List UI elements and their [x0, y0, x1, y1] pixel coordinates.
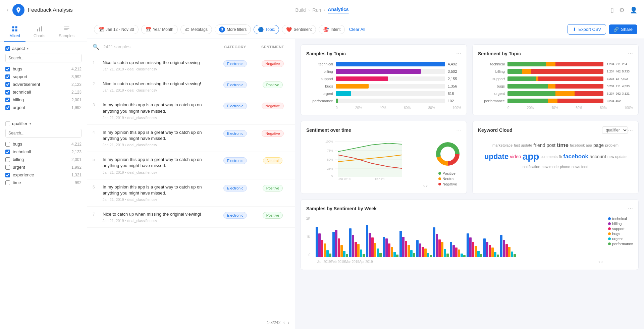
pagination-label: 1-8/242 — [267, 320, 281, 325]
qualifier-experience-checkbox[interactable] — [5, 173, 10, 177]
clear-all-button[interactable]: Clear All — [349, 27, 365, 32]
qualifier-urgent-count: 1,992 — [71, 165, 82, 170]
sent-bar-label: technical — [478, 62, 505, 66]
sample-row[interactable]: 3 In my opinion this app is a great way … — [87, 97, 295, 124]
share-button[interactable]: 🔗 Share — [609, 24, 637, 34]
time-prev-button[interactable]: ‹ — [423, 183, 425, 188]
keyword[interactable]: comments — [540, 155, 557, 159]
keyword-cloud-more[interactable]: ··· — [628, 127, 633, 134]
user-icon[interactable]: 👤 — [630, 6, 637, 14]
keyword[interactable]: new update — [607, 155, 627, 159]
legend-negative: Negative — [438, 182, 457, 186]
keyword[interactable]: fast update — [514, 143, 532, 147]
qualifier-billing-checkbox[interactable] — [5, 157, 10, 162]
sent-seg — [507, 69, 522, 74]
filter-item: experience 1,321 — [5, 171, 82, 179]
sentiment-over-time-more[interactable]: ··· — [456, 126, 461, 133]
bar — [472, 242, 474, 257]
prev-page-button[interactable]: ‹ — [283, 320, 285, 326]
date-range-filter[interactable]: 📅 Jan 12 - Nov 30 — [94, 25, 139, 34]
tab-mixed[interactable]: Mixed — [4, 23, 25, 42]
qualifier-time-checkbox[interactable] — [5, 180, 10, 185]
copy-icon[interactable]: ▯ — [610, 6, 614, 14]
aspect-billing-checkbox[interactable] — [5, 98, 10, 102]
tab-samples[interactable]: Samples — [53, 23, 80, 42]
nav-step-analytics[interactable]: Analytics — [328, 7, 348, 13]
filter-item: bugs 4,212 — [5, 140, 82, 148]
keyword[interactable]: new mode — [542, 165, 559, 169]
keyword[interactable]: time — [557, 142, 569, 149]
keyword[interactable]: update — [484, 152, 508, 161]
sample-row[interactable]: 2 Nice to catch up when missing the orig… — [87, 76, 295, 97]
qualifier-urgent-checkbox[interactable] — [5, 165, 10, 170]
aspect-support-checkbox[interactable] — [5, 74, 10, 79]
svg-text:50%: 50% — [327, 158, 333, 161]
sample-sentiment: Positive — [256, 184, 289, 191]
sample-row[interactable]: 7 Nice to catch up when missing the orig… — [87, 207, 295, 228]
keyword[interactable]: problem — [605, 143, 619, 147]
keyword[interactable]: video — [510, 154, 521, 159]
sample-row[interactable]: 6 In my opinion this app is a great way … — [87, 179, 295, 207]
keyword[interactable]: post — [546, 143, 555, 148]
sentiment-filter[interactable]: ❤️ Sentiment — [282, 25, 316, 34]
qualifier-bugs-checkbox[interactable] — [5, 142, 10, 147]
metatags-filter[interactable]: 🏷 Metatags — [180, 25, 212, 34]
aspect-checkbox[interactable] — [5, 46, 10, 51]
back-button[interactable]: ‹ — [7, 7, 8, 13]
export-csv-button[interactable]: ⬇ Export CSV — [568, 24, 606, 35]
samples-by-sentiment-week-more[interactable]: ··· — [628, 205, 633, 212]
year-month-filter[interactable]: 📅 Year Month — [141, 25, 178, 34]
keyword[interactable]: notification — [523, 165, 540, 169]
aspect-urgent-checkbox[interactable] — [5, 105, 10, 110]
more-filters-label: More filters — [227, 27, 247, 32]
qualifier-select[interactable]: qualifier — [602, 126, 628, 134]
topic-filter[interactable]: 🔵 Topic — [254, 25, 279, 34]
qualifier-time-count: 992 — [75, 180, 82, 185]
qualifier-checkbox-empty[interactable] — [5, 121, 10, 126]
sentiment-by-topic-more[interactable]: ··· — [628, 50, 633, 57]
keyword[interactable]: news feed — [572, 165, 588, 169]
aspect-support-count: 3,992 — [71, 74, 82, 79]
intent-filter[interactable]: 🎯 Intent — [319, 25, 345, 34]
gear-icon[interactable]: ⚙ — [619, 6, 625, 14]
aspect-arrow[interactable]: ▾ — [27, 47, 29, 50]
keyword[interactable]: account — [590, 154, 606, 159]
panels-row: 🔍 2421 samples CATEGORY SENTIMENT 1 Nice… — [87, 39, 644, 329]
sample-row[interactable]: 5 In my opinion this app is a great way … — [87, 152, 295, 179]
keyword[interactable]: facebook app — [570, 143, 592, 147]
keyword[interactable]: facebook — [563, 153, 588, 160]
sample-row[interactable]: 4 In my opinion this app is a great way … — [87, 125, 295, 152]
sample-sentiment: Negative — [256, 60, 289, 67]
legend-bugs: bugs — [608, 232, 633, 236]
keyword[interactable]: page — [593, 143, 604, 148]
nav-step-run[interactable]: Run — [313, 7, 321, 13]
qualifier-arrow[interactable]: ▾ — [30, 122, 31, 125]
week-prev-button[interactable]: ‹ — [598, 259, 600, 264]
keyword[interactable]: friend — [533, 143, 545, 148]
nav-step-build[interactable]: Build — [295, 7, 306, 13]
metatags-label: Metatags — [191, 27, 208, 32]
bar — [329, 254, 331, 257]
more-filters-filter[interactable]: 3 More filters — [215, 24, 251, 35]
samples-footer: 1-8/242 ‹ › — [87, 316, 295, 329]
samples-by-topic-more[interactable]: ··· — [456, 50, 461, 57]
qualifier-search[interactable] — [5, 129, 82, 138]
keyword[interactable]: app — [523, 151, 539, 162]
aspect-advertisement-checkbox[interactable] — [5, 82, 10, 87]
time-next-button[interactable]: › — [426, 183, 428, 188]
week-next-button[interactable]: › — [601, 259, 603, 264]
bugs-legend-dot — [608, 232, 611, 235]
tab-charts[interactable]: Charts — [28, 23, 51, 42]
keyword[interactable]: marketplace — [492, 143, 513, 147]
keyword[interactable]: phone — [560, 165, 570, 169]
aspect-search[interactable] — [5, 54, 82, 62]
qualifier-experience-count: 1,321 — [71, 173, 82, 177]
qualifier-technicall-checkbox[interactable] — [5, 150, 10, 154]
sample-row[interactable]: 1 Nice to catch up when missing the orig… — [87, 55, 295, 76]
aspect-bugs-checkbox[interactable] — [5, 67, 10, 71]
aspect-technicall-checkbox[interactable] — [5, 90, 10, 95]
sent-seg — [575, 91, 603, 96]
keyword[interactable]: fb — [559, 155, 562, 159]
next-page-button[interactable]: › — [288, 320, 289, 326]
sample-text-area: Nice to catch up when missing the origin… — [103, 211, 214, 223]
